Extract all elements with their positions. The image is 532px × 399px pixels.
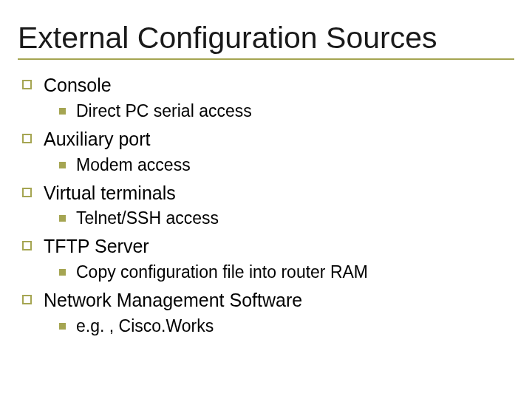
- list-subitem-label: e.g. , Cisco.Works: [76, 315, 214, 338]
- content: Console Direct PC serial access Auxiliar…: [18, 73, 514, 338]
- title-underline: [18, 58, 514, 60]
- list-item-label: Auxiliary port: [44, 127, 151, 152]
- list-subitem-label: Telnet/SSH access: [76, 207, 219, 230]
- list-item: Auxiliary port: [22, 127, 514, 152]
- list-subitem: Copy configuration file into router RAM: [59, 261, 514, 284]
- list-item: Network Management Software: [22, 288, 514, 313]
- list-subitem: Telnet/SSH access: [59, 207, 514, 230]
- square-outline-icon: [22, 80, 32, 89]
- square-outline-icon: [22, 295, 32, 304]
- list-item: Console: [22, 73, 514, 98]
- list-subitem-label: Modem access: [76, 154, 191, 177]
- square-solid-icon: [59, 108, 66, 115]
- list-item: Virtual terminals: [22, 181, 514, 206]
- list-subitem: Modem access: [59, 154, 514, 177]
- list-subitem: Direct PC serial access: [59, 100, 514, 123]
- square-outline-icon: [22, 188, 32, 197]
- list-subitem-label: Direct PC serial access: [76, 100, 252, 123]
- list-item-label: Network Management Software: [44, 288, 302, 313]
- square-solid-icon: [59, 162, 66, 168]
- square-outline-icon: [22, 134, 32, 143]
- list-item: TFTP Server: [22, 234, 514, 259]
- slide: External Configuration Sources Console D…: [0, 0, 532, 399]
- list-item-label: Virtual terminals: [44, 181, 176, 206]
- square-outline-icon: [22, 241, 32, 250]
- list-subitem: e.g. , Cisco.Works: [59, 315, 514, 338]
- list-item-label: Console: [44, 73, 112, 98]
- square-solid-icon: [59, 269, 66, 276]
- list-subitem-label: Copy configuration file into router RAM: [76, 261, 368, 284]
- square-solid-icon: [59, 323, 66, 330]
- list-item-label: TFTP Server: [44, 234, 149, 259]
- page-title: External Configuration Sources: [18, 21, 514, 55]
- square-solid-icon: [59, 215, 66, 222]
